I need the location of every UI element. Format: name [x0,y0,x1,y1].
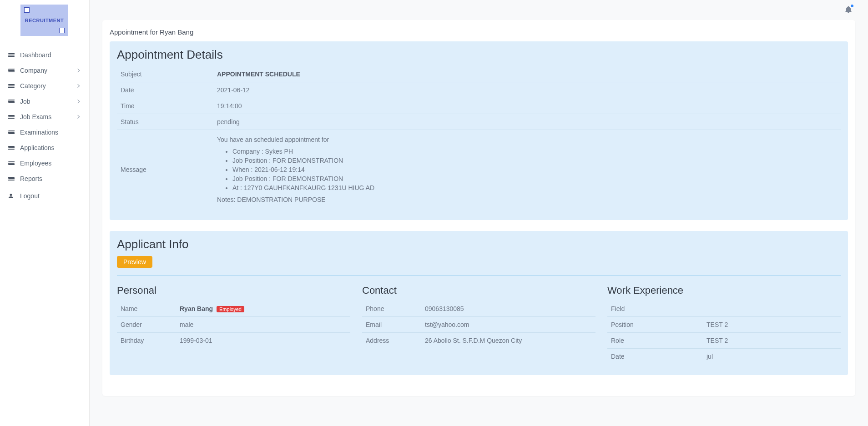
notifications-button[interactable] [844,5,853,15]
value-role: TEST 2 [703,333,841,349]
sidebar-item-job-exams[interactable]: Job Exams [0,109,89,125]
sidebar: RECRUITMENT DashboardCompanyCategoryJobJ… [0,0,90,426]
layers-icon [8,160,15,166]
value-field [703,301,841,317]
user-icon [8,193,15,199]
value-date: 2021-06-12 [213,82,841,98]
layers-icon [8,67,15,74]
message-bullet: Job Position : FOR DEMONSTRATION [232,174,837,183]
sidebar-item-examinations[interactable]: Examinations [0,125,89,140]
sidebar-item-label: Applications [20,144,81,151]
personal-heading: Personal [117,285,350,296]
label-birthday: Birthday [117,333,176,349]
main: Appointment for Ryan Bang Appointment De… [90,0,868,426]
label-email: Email [362,317,421,333]
message-bullets: Company : Sykes PHJob Position : FOR DEM… [232,147,837,192]
personal-col: Personal Name Ryan Bang Employed Gender [117,282,350,364]
sidebar-item-label: Dashboard [20,51,81,59]
label-time: Time [117,98,213,114]
sidebar-item-reports[interactable]: Reports [0,171,89,186]
logout-label: Logout [20,192,81,200]
applicant-heading: Applicant Info [117,237,841,251]
preview-button[interactable]: Preview [117,256,152,268]
appointment-table: Subject APPOINTMENT SCHEDULE Date 2021-0… [117,66,841,209]
layers-icon [8,98,15,105]
sidebar-item-label: Job [20,98,76,105]
value-status: pending [213,114,841,130]
logo-text: RECRUITMENT [25,18,64,23]
message-bullet: At : 127Y0 GAUHFKANFKAURG 1231U HIUG AD [232,183,837,192]
applicant-panel: Applicant Info Preview Personal Name Rya… [110,231,848,375]
contact-heading: Contact [362,285,595,296]
sidebar-item-company[interactable]: Company [0,63,89,78]
chevron-right-icon [76,115,80,119]
layers-icon [8,145,15,151]
message-bullet: Job Position : FOR DEMONSTRATION [232,156,837,165]
label-date: Date [117,82,213,98]
label-address: Address [362,333,421,349]
value-birthday: 1999-03-01 [176,333,350,349]
sidebar-item-label: Reports [20,175,81,182]
value-subject: APPOINTMENT SCHEDULE [217,70,300,78]
value-position: TEST 2 [703,317,841,333]
work-heading: Work Experience [607,285,841,296]
logo-wrap: RECRUITMENT [0,0,89,40]
label-wdate: Date [607,349,703,365]
label-name: Name [117,301,176,317]
message-intro: You have an scheduled appointment for [217,136,837,143]
label-subject: Subject [117,66,213,82]
sidebar-item-label: Category [20,82,76,90]
label-status: Status [117,114,213,130]
label-field: Field [607,301,703,317]
value-email: tst@yahoo.com [421,317,595,333]
layers-icon [8,114,15,120]
content-card: Appointment for Ryan Bang Appointment De… [102,20,855,396]
chevron-right-icon [76,100,80,103]
layers-icon [8,52,15,58]
message-notes: Notes: DEMONSTRATION PURPOSE [217,196,837,203]
sidebar-item-job[interactable]: Job [0,94,89,109]
label-role: Role [607,333,703,349]
contact-col: Contact Phone 09063130085 Email tst@yaho… [362,282,595,364]
sidebar-item-label: Company [20,67,76,74]
sidebar-item-category[interactable]: Category [0,78,89,94]
message-bullet: When : 2021-06-12 19:14 [232,165,837,174]
label-gender: Gender [117,317,176,333]
value-phone: 09063130085 [425,305,464,312]
message-bullet: Company : Sykes PH [232,147,837,156]
layers-icon [8,175,15,182]
sidebar-item-applications[interactable]: Applications [0,140,89,155]
value-gender: male [176,317,350,333]
value-name: Ryan Bang [180,305,213,312]
value-wdate: jul [703,349,841,365]
label-message: Message [117,130,213,210]
value-message: You have an scheduled appointment for Co… [213,130,841,210]
sidebar-item-label: Examinations [20,129,81,136]
sidebar-item-employees[interactable]: Employees [0,155,89,171]
chevron-right-icon [76,69,80,72]
sidebar-item-label: Job Exams [20,113,76,120]
chevron-right-icon [76,84,80,88]
notification-dot [851,5,853,7]
value-time: 19:14:00 [213,98,841,114]
divider [117,275,841,276]
value-address: 26 Abollo St. S.F.D.M Quezon City [421,333,595,349]
sidebar-logout[interactable]: Logout [0,188,89,204]
sidebar-item-dashboard[interactable]: Dashboard [0,47,89,63]
appointment-panel: Appointment Details Subject APPOINTMENT … [110,41,848,220]
page-title: Appointment for Ryan Bang [102,28,855,41]
employment-badge: Employed [217,306,244,312]
nav: DashboardCompanyCategoryJobJob ExamsExam… [0,40,89,186]
topbar [102,0,855,20]
sidebar-item-label: Employees [20,160,81,167]
work-col: Work Experience Field Position TEST 2 [607,282,841,364]
layers-icon [8,83,15,89]
logo: RECRUITMENT [20,5,68,36]
label-phone: Phone [362,301,421,317]
layers-icon [8,129,15,135]
appointment-heading: Appointment Details [117,48,841,62]
label-position: Position [607,317,703,333]
